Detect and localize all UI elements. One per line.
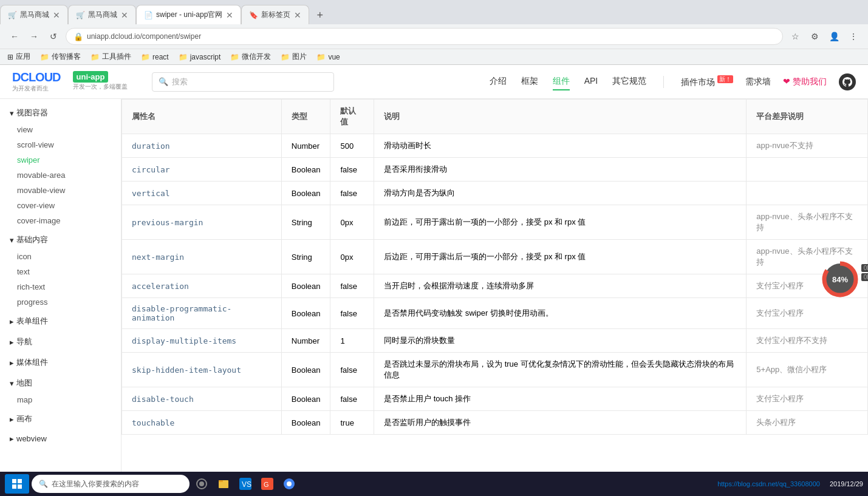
progress-text: 84% xyxy=(832,275,848,284)
nav-components[interactable]: 组件 xyxy=(553,73,570,90)
collapse-arrow-form: ▸ xyxy=(10,317,14,326)
taskbar: 🔍 在这里输入你要搜索的内容 VS G https://blog.csdn.ne… xyxy=(0,472,868,482)
github-icon[interactable] xyxy=(839,73,856,90)
cell-desc-6: 是否禁用代码变动触发 swiper 切换时使用动画。 xyxy=(374,298,747,329)
sidebar-section-form: ▸ 表单组件 xyxy=(0,312,121,330)
bookmark-images[interactable]: 📁 图片 xyxy=(281,52,307,62)
progress-widget[interactable]: 84% 0K↑ 0K↓ xyxy=(822,261,858,297)
sidebar-item-text[interactable]: text xyxy=(0,264,121,279)
browser-chrome: 🛒 黑马商城 ✕ 🛒 黑马商城 ✕ 📄 swiper - uni-app官网 ✕… xyxy=(0,0,868,65)
sidebar-section-title-webview[interactable]: ▸ webview xyxy=(0,430,121,447)
sidebar-section-label-nav: 导航 xyxy=(16,336,32,347)
menu-icon[interactable]: ⋮ xyxy=(846,29,861,44)
nav-other[interactable]: 其它规范 xyxy=(612,73,646,90)
sidebar-item-cover-image[interactable]: cover-image xyxy=(0,213,121,228)
sidebar-section-webview: ▸ webview xyxy=(0,430,121,447)
search-placeholder: 搜索 xyxy=(172,76,188,87)
collapse-arrow-view: ▾ xyxy=(10,109,14,118)
sidebar-section-title-media[interactable]: ▸ 媒体组件 xyxy=(0,353,121,372)
sidebar-item-swiper[interactable]: swiper xyxy=(0,152,121,168)
cell-type-0: Number xyxy=(281,134,330,158)
tab-1-close[interactable]: ✕ xyxy=(53,10,60,20)
sidebar-section-title-nav[interactable]: ▸ 导航 xyxy=(0,333,121,351)
taskbar-app-explorer[interactable] xyxy=(214,474,233,482)
taskbar-app-cortana[interactable] xyxy=(192,474,211,482)
cell-type-4: String xyxy=(281,240,330,274)
sidebar-item-map[interactable]: map xyxy=(0,392,121,407)
col-header-attr: 属性名 xyxy=(122,100,282,134)
sidebar-item-view[interactable]: view xyxy=(0,122,121,137)
tab-1[interactable]: 🛒 黑马商城 ✕ xyxy=(0,5,68,24)
tab-4[interactable]: 🔖 新标签页 ✕ xyxy=(241,5,309,24)
bookmark-apps[interactable]: ⊞ 应用 xyxy=(7,52,30,62)
bookmark-tools[interactable]: 📁 工具插件 xyxy=(91,52,131,62)
sidebar-item-movable-area[interactable]: movable-area xyxy=(0,168,121,183)
cell-default-5: false xyxy=(330,274,374,298)
cell-type-2: Boolean xyxy=(281,182,330,205)
cell-desc-9: 是否禁止用户 touch 操作 xyxy=(374,387,747,411)
bookmark-chuanzhi[interactable]: 📁 传智播客 xyxy=(40,52,81,62)
nav-framework[interactable]: 框架 xyxy=(521,73,538,90)
dcloud-logo[interactable]: DCLOUD 为开发者而生 xyxy=(12,70,61,93)
extensions-icon[interactable]: ⚙ xyxy=(807,29,822,44)
nav-intro[interactable]: 介绍 xyxy=(490,73,507,90)
cell-type-7: Number xyxy=(281,329,330,353)
tab-3[interactable]: 📄 swiper - uni-app官网 ✕ xyxy=(136,5,241,24)
stat-2: 0K↓ xyxy=(861,273,868,281)
tab-3-close[interactable]: ✕ xyxy=(226,10,233,20)
cell-default-2: false xyxy=(330,182,374,205)
sidebar-item-progress[interactable]: progress xyxy=(0,294,121,310)
praise-link[interactable]: ❤ 赞助我们 xyxy=(783,76,827,87)
profile-icon[interactable]: 👤 xyxy=(827,29,841,44)
tab-2[interactable]: 🛒 黑马商城 ✕ xyxy=(68,5,136,24)
tab-3-title: swiper - uni-app官网 xyxy=(156,10,222,20)
cell-type-1: Boolean xyxy=(281,158,330,182)
search-box[interactable]: 🔍 搜索 xyxy=(152,72,334,92)
sidebar-item-movable-view[interactable]: movable-view xyxy=(0,183,121,198)
reload-button[interactable]: ↺ xyxy=(46,29,61,44)
cell-default-10: true xyxy=(330,411,374,435)
address-input[interactable]: 🔒 uniapp.dcloud.io/component/swiper xyxy=(66,28,783,45)
plugin-market-link[interactable]: 插件市场 新！ xyxy=(681,75,733,88)
collapse-arrow-webview: ▸ xyxy=(10,434,14,443)
sidebar-section-title-basic[interactable]: ▾ 基础内容 xyxy=(0,231,121,249)
taskbar-search-box[interactable]: 🔍 在这里输入你要搜索的内容 xyxy=(32,475,190,482)
sidebar-item-rich-text[interactable]: rich-text xyxy=(0,279,121,294)
tab-2-close[interactable]: ✕ xyxy=(121,10,128,20)
plugin-new-badge: 新！ xyxy=(717,75,733,83)
tab-1-title: 黑马商城 xyxy=(20,10,49,20)
demand-wall-link[interactable]: 需求墙 xyxy=(745,76,771,87)
bookmark-javascript[interactable]: 📁 javascript xyxy=(179,53,221,61)
nav-api[interactable]: API xyxy=(584,73,598,90)
sidebar-section-title-canvas[interactable]: ▸ 画布 xyxy=(0,410,121,428)
cell-platform-3: app-nvue、头条小程序不支持 xyxy=(747,205,868,240)
sidebar-item-scroll-view[interactable]: scroll-view xyxy=(0,137,121,152)
taskbar-app-git[interactable]: G xyxy=(258,474,277,482)
bookmark-vue[interactable]: 📁 vue xyxy=(316,53,340,61)
logo-area: DCLOUD 为开发者而生 uni-app 开发一次，多端覆盖 xyxy=(12,70,128,93)
start-button[interactable] xyxy=(5,474,29,482)
tab-4-close[interactable]: ✕ xyxy=(294,10,301,20)
sidebar-item-icon[interactable]: icon xyxy=(0,249,121,264)
bookmark-wechat[interactable]: 📁 微信开发 xyxy=(230,52,271,62)
table-row: acceleration Boolean false 当开启时，会根据滑动速度，… xyxy=(122,274,868,298)
cell-type-3: String xyxy=(281,205,330,240)
forward-button[interactable]: → xyxy=(27,29,41,44)
bookmark-star[interactable]: ☆ xyxy=(788,29,802,44)
back-button[interactable]: ← xyxy=(7,29,22,44)
sidebar-section-title-form[interactable]: ▸ 表单组件 xyxy=(0,312,121,330)
svg-rect-3 xyxy=(18,479,22,482)
sidebar-item-cover-view[interactable]: cover-view xyxy=(0,198,121,213)
lock-icon: 🔒 xyxy=(73,32,83,41)
sidebar-section-title-map[interactable]: ▾ 地图 xyxy=(0,374,121,392)
svg-point-7 xyxy=(199,481,204,482)
uniapp-logo-area[interactable]: uni-app 开发一次，多端覆盖 xyxy=(73,72,128,91)
bookmark-react[interactable]: 📁 react xyxy=(141,53,169,61)
taskbar-app-vscode[interactable]: VS xyxy=(236,474,255,482)
sidebar-section-title-view[interactable]: ▾ 视图容器 xyxy=(0,104,121,122)
cell-platform-1 xyxy=(747,158,868,182)
cell-default-1: false xyxy=(330,158,374,182)
taskbar-app-chrome[interactable] xyxy=(279,474,299,482)
new-tab-button[interactable]: + xyxy=(309,7,330,24)
top-navigation: DCLOUD 为开发者而生 uni-app 开发一次，多端覆盖 🔍 搜索 介绍 … xyxy=(0,65,868,99)
